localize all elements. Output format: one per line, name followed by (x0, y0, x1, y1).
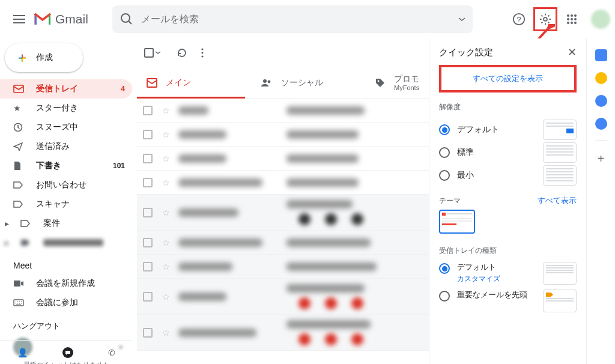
sidebar-item-inbox[interactable]: 受信トレイ 4 (0, 79, 132, 99)
help-icon: ? (512, 13, 526, 26)
inbox-type-important-first[interactable]: 重要なメールを先頭 (439, 290, 577, 312)
sidebar-label: スヌーズ中 (36, 122, 78, 133)
meet-join-meeting[interactable]: 会議に参加 (0, 293, 132, 312)
sidebar-item-label-anken[interactable]: ▸ 案件 (0, 214, 132, 233)
density-compact[interactable]: 最小 (439, 164, 577, 187)
main-menu-button[interactable] (5, 5, 34, 34)
star-icon[interactable]: ☆ (162, 208, 170, 217)
account-avatar[interactable] (591, 10, 610, 29)
select-all-checkbox[interactable] (144, 48, 161, 58)
see-all-settings-button[interactable]: すべての設定を表示 (439, 65, 577, 93)
meet-join-label: 会議に参加 (36, 297, 78, 308)
svg-point-6 (574, 14, 577, 17)
svg-rect-13 (14, 85, 23, 93)
get-addons-button[interactable]: + (598, 152, 605, 166)
density-preview-compact (543, 165, 577, 186)
tab-promo-label: プロモ (394, 74, 419, 85)
star-icon[interactable]: ☆ (162, 238, 170, 247)
hangouts-chat-icon[interactable] (62, 347, 74, 359)
sidebar-item-drafts[interactable]: 下書き 101 (0, 156, 132, 175)
hangouts-contacts-icon[interactable]: 👤 (17, 348, 28, 357)
meet-new-meeting[interactable]: 会議を新規作成 (0, 274, 132, 293)
row-checkbox[interactable] (143, 262, 153, 271)
people-icon (261, 79, 273, 87)
star-icon[interactable]: ☆ (162, 262, 170, 271)
svg-point-7 (567, 18, 569, 20)
sidebar-label: 案件 (43, 218, 60, 229)
sidebar-item-sent[interactable]: 送信済み (0, 137, 132, 156)
apps-button[interactable] (560, 7, 584, 31)
row-checkbox[interactable] (143, 238, 153, 247)
refresh-button[interactable] (172, 43, 192, 63)
star-icon[interactable]: ☆ (162, 178, 170, 187)
sidebar-item-label-hidden[interactable]: ▸ (0, 233, 132, 252)
theme-thumbnail[interactable] (439, 210, 475, 234)
gmail-logo[interactable]: Gmail (34, 12, 88, 26)
star-icon[interactable]: ☆ (162, 154, 170, 163)
compose-button[interactable]: ＋ 作成 (5, 43, 83, 72)
close-button[interactable]: ✕ (568, 46, 577, 59)
compose-label: 作成 (36, 52, 53, 63)
row-checkbox[interactable] (143, 328, 153, 338)
tasks-addon-icon[interactable] (595, 95, 607, 107)
tab-social[interactable]: ソーシャル (251, 67, 365, 98)
sidebar-item-starred[interactable]: ★ スター付き (0, 99, 132, 118)
theme-view-all[interactable]: すべて表示 (538, 195, 577, 206)
inbox-preview-important (543, 290, 577, 312)
svg-point-4 (567, 14, 569, 17)
inbox-type-label: 受信トレイの種類 (439, 246, 577, 256)
search-bar[interactable] (112, 5, 473, 33)
sidebar-item-snoozed[interactable]: スヌーズ中 (0, 118, 132, 137)
clock-icon (13, 123, 25, 132)
video-icon (13, 280, 25, 287)
star-icon[interactable]: ☆ (162, 328, 170, 338)
keep-addon-icon[interactable] (595, 72, 607, 84)
inbox-type-default[interactable]: デフォルト カスタマイズ (439, 262, 577, 285)
meet-new-label: 会議を新規作成 (36, 278, 95, 289)
apps-grid-icon (566, 14, 577, 25)
search-options-dropdown-icon[interactable] (458, 17, 465, 21)
hangouts-header: ハングアウト (0, 312, 132, 335)
sidebar-item-label-inquiry[interactable]: お問い合わせ (0, 175, 132, 195)
sidebar-label: 受信トレイ (36, 83, 78, 94)
more-button[interactable] (192, 43, 213, 63)
search-input[interactable] (141, 14, 458, 25)
row-checkbox[interactable] (143, 154, 153, 163)
radio-icon (439, 170, 450, 181)
row-checkbox[interactable] (143, 292, 153, 302)
customize-link[interactable]: カスタマイズ (457, 274, 500, 284)
star-icon[interactable]: ☆ (162, 106, 170, 115)
chevron-down-icon[interactable] (155, 51, 161, 55)
density-comfortable[interactable]: 標準 (439, 141, 577, 164)
density-preview-default (543, 120, 577, 140)
inbox-tab-icon (147, 78, 157, 88)
tab-primary[interactable]: メイン (137, 67, 251, 98)
star-icon[interactable]: ☆ (162, 130, 170, 139)
star-icon[interactable]: ☆ (162, 292, 170, 302)
svg-point-3 (544, 17, 547, 21)
row-checkbox[interactable] (143, 106, 153, 115)
quick-settings-panel: クイック設定 ✕ すべての設定を表示 解像度 デフォルト 標準 最小 テーマ す… (429, 38, 586, 364)
row-checkbox[interactable] (143, 130, 153, 139)
inbox-icon (13, 85, 25, 93)
sidebar-label: 送信済み (36, 141, 70, 152)
row-checkbox[interactable] (143, 208, 153, 217)
density-default[interactable]: デフォルト (439, 118, 577, 141)
svg-point-11 (571, 22, 573, 24)
inbox-count: 4 (121, 85, 125, 93)
row-checkbox[interactable] (143, 178, 153, 187)
inbox-preview-default (543, 262, 577, 285)
calendar-addon-icon[interactable] (595, 49, 607, 61)
contacts-addon-icon[interactable] (595, 118, 607, 130)
svg-point-8 (571, 18, 573, 20)
sidebar-item-label-scanner[interactable]: スキャナ (0, 195, 132, 214)
svg-point-23 (268, 80, 271, 83)
draft-icon (13, 161, 25, 171)
hangouts-phone-icon[interactable]: ✆ (108, 348, 115, 357)
density-preview-comfortable (543, 142, 577, 163)
radio-icon (439, 263, 450, 274)
svg-point-9 (574, 18, 577, 20)
help-button[interactable]: ? (507, 7, 531, 31)
density-section-label: 解像度 (439, 102, 577, 112)
settings-button[interactable] (533, 7, 557, 31)
